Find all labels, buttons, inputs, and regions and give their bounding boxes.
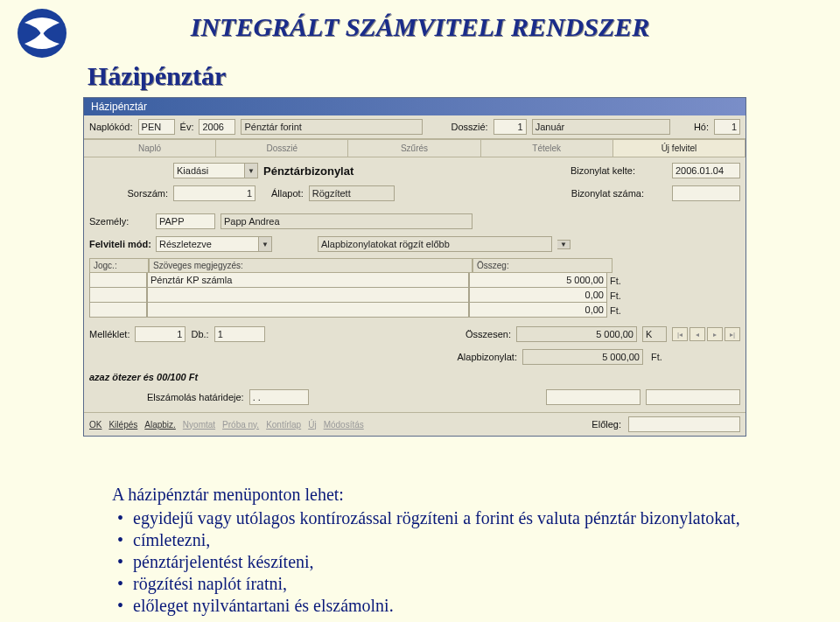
- col-szoveg: Szöveges megjegyzés:: [149, 258, 472, 273]
- cell-szoveg[interactable]: [147, 288, 469, 303]
- felviteli-note-combo[interactable]: ▼: [557, 240, 570, 249]
- naplokod-label: Naplókód:: [89, 122, 133, 132]
- alapbiz-field: 5 000,00: [522, 349, 643, 365]
- footer-bar: OK Kilépés Alapbiz. Nyomtat Próba ny. Ko…: [84, 412, 746, 436]
- allapot-label: Állapot:: [271, 188, 304, 199]
- honap-field: Január: [532, 119, 670, 135]
- cell-szoveg[interactable]: [147, 303, 469, 318]
- osszesen-field: 5 000,00: [516, 326, 637, 342]
- cell-unit: Ft.: [607, 273, 629, 288]
- page-title: INTEGRÁLT SZÁMVITELI RENDSZER: [0, 12, 840, 42]
- db-label: Db.:: [191, 329, 208, 339]
- bullet-item: címletezni,: [117, 530, 740, 550]
- sorszam-label: Sorszám:: [89, 188, 168, 199]
- ho-field[interactable]: 1: [714, 119, 740, 135]
- bizkelte-field[interactable]: 2006.01.04: [672, 163, 740, 178]
- ho-label: Hó:: [694, 122, 709, 132]
- extra-field-1[interactable]: [546, 389, 640, 405]
- dosszie-field[interactable]: 1: [494, 119, 527, 135]
- naplokod-field[interactable]: PEN: [138, 119, 175, 135]
- dosszie-label: Dosszié:: [451, 122, 487, 132]
- uj-button[interactable]: Új: [308, 420, 316, 430]
- desc-intro: A házipénztár menüponton lehet:: [112, 485, 740, 505]
- felviteli-note: Alapbizonylatokat rögzít előbb: [318, 236, 552, 252]
- cell-jogc[interactable]: [89, 288, 147, 303]
- ev-label: Év:: [180, 122, 194, 132]
- nav-first-icon[interactable]: |◂: [672, 327, 688, 341]
- bullet-item: rögzítési naplót íratni,: [117, 574, 740, 594]
- tab-naplo[interactable]: Napló: [84, 140, 216, 157]
- szemely-name: Papp Andrea: [220, 213, 472, 229]
- table-row[interactable]: 0,00 Ft.: [89, 303, 740, 318]
- cell-unit: Ft.: [607, 288, 629, 303]
- felviteli-value: Részletezve: [156, 236, 259, 252]
- col-osszeg: Összeg:: [472, 258, 612, 273]
- bizszama-label: Bizonylat száma:: [571, 188, 644, 199]
- elszamolas-field[interactable]: . .: [249, 389, 309, 405]
- cell-jogc[interactable]: [89, 303, 147, 318]
- bullet-item: pénztárjelentést készíteni,: [117, 552, 740, 572]
- db-field[interactable]: 1: [214, 326, 265, 342]
- osszesen-label: Összesen:: [466, 329, 511, 339]
- elszamolas-label: Elszámolás határideje:: [147, 392, 244, 402]
- penztarbizonylat-label: Pénztárbizonylat: [263, 164, 354, 178]
- kilepes-button[interactable]: Kilépés: [108, 420, 137, 430]
- felviteli-combo[interactable]: Részletezve ▼: [156, 236, 272, 252]
- sorszam-field[interactable]: 1: [173, 185, 256, 201]
- form-window: Házipénztár Naplókód: PEN Év: 2006 Pénzt…: [83, 97, 746, 437]
- cell-osszeg[interactable]: 5 000,00: [469, 273, 607, 288]
- allapot-field: Rögzített: [309, 185, 395, 201]
- record-nav[interactable]: |◂ ◂ ▸ ▸|: [672, 327, 740, 341]
- kiadasi-combo[interactable]: Kiadási ▼: [173, 163, 258, 178]
- description-block: A házipénztár menüponton lehet: egyidejű…: [112, 485, 740, 618]
- bizszama-field[interactable]: [672, 185, 740, 201]
- cell-jogc[interactable]: [89, 273, 147, 288]
- window-titlebar: Házipénztár: [84, 98, 746, 115]
- chevron-down-icon: ▼: [557, 240, 570, 249]
- modositas-button[interactable]: Módosítás: [324, 420, 364, 430]
- kiadasi-value: Kiadási: [173, 163, 245, 178]
- nav-next-icon[interactable]: ▸: [707, 327, 723, 341]
- bullet-item: egyidejű vagy utólagos kontírozással rög…: [117, 508, 740, 528]
- tab-szures[interactable]: Szűrés: [348, 140, 480, 157]
- cell-szoveg[interactable]: Pénztár KP számla: [147, 273, 469, 288]
- tab-ujfelvitel[interactable]: Új felvitel: [613, 140, 746, 157]
- probany-button[interactable]: Próba ny.: [222, 420, 259, 430]
- bizkelte-label: Bizonylat kelte:: [570, 165, 635, 176]
- cell-osszeg[interactable]: 0,00: [469, 303, 607, 318]
- nav-prev-icon[interactable]: ◂: [690, 327, 705, 341]
- kontirlap-button[interactable]: Kontírlap: [266, 420, 301, 430]
- col-jogc: Jogc.:: [89, 258, 149, 273]
- nyomtat-button[interactable]: Nyomtat: [183, 420, 215, 430]
- ok-button[interactable]: OK: [89, 420, 102, 430]
- line-items: Pénztár KP számla 5 000,00 Ft. 0,00 Ft. …: [89, 273, 740, 318]
- melleklet-field[interactable]: 1: [135, 326, 186, 342]
- cell-osszeg[interactable]: 0,00: [469, 288, 607, 303]
- nav-last-icon[interactable]: ▸|: [724, 327, 740, 341]
- penztar-field: Pénztár forint: [241, 119, 423, 135]
- szemely-label: Személy:: [89, 216, 150, 227]
- alapbiz-unit: Ft.: [648, 352, 670, 362]
- extra-field-2[interactable]: [646, 389, 740, 405]
- eloleg-field[interactable]: [628, 416, 740, 432]
- table-row[interactable]: 0,00 Ft.: [89, 288, 740, 303]
- azaz-text: azaz ötezer és 00/100 Ft: [89, 372, 198, 382]
- chevron-down-icon: ▼: [259, 236, 272, 252]
- osszesen-unit: K: [642, 326, 667, 342]
- eloleg-label: Előleg:: [592, 419, 621, 430]
- felviteli-label: Felviteli mód:: [89, 239, 150, 249]
- tab-tetelek[interactable]: Tételek: [481, 140, 613, 157]
- table-row[interactable]: Pénztár KP számla 5 000,00 Ft.: [89, 273, 740, 288]
- ev-field[interactable]: 2006: [199, 119, 235, 135]
- cell-unit: Ft.: [607, 303, 629, 318]
- szemely-code[interactable]: PAPP: [156, 213, 215, 229]
- tabbar: Napló Dosszié Szűrés Tételek Új felvitel: [84, 139, 746, 157]
- alapbiz-button[interactable]: Alapbiz.: [144, 420, 176, 430]
- melleklet-label: Melléklet:: [89, 329, 130, 339]
- bullet-item: előleget nyilvántartani és elszámolni.: [117, 596, 740, 616]
- alapbiz-label: Alapbizonylat:: [458, 352, 518, 362]
- section-title: Házipénztár: [88, 61, 226, 91]
- chevron-down-icon: ▼: [245, 163, 258, 178]
- tab-dosszie[interactable]: Dosszié: [216, 140, 348, 157]
